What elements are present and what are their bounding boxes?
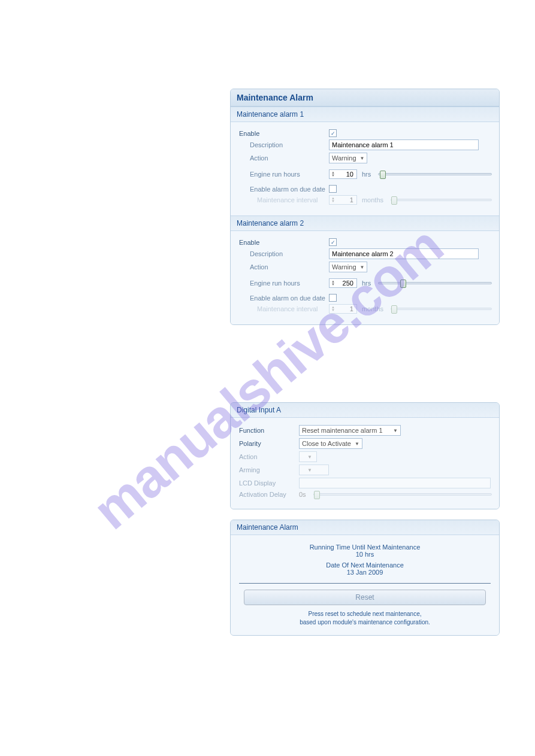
delay-value: 0s [299,491,306,498]
alarm1-duedate-label: Enable alarm on due date [239,186,329,193]
scada-date-value: 13 Jan 2009 [239,569,491,576]
scada-note-line1: Press reset to schedule next maintenance… [309,611,422,617]
alarm1-interval-input [337,196,355,204]
slider-thumb[interactable] [380,171,386,179]
slider-thumb [314,491,320,499]
alarm2-action-value: Warning [332,263,356,271]
chevron-down-icon: ▼ [393,428,398,433]
slider-thumb [391,196,397,205]
lcd-input [299,478,491,488]
chevron-down-icon: ▼ [360,265,365,270]
scada-running-value: 10 hrs [239,551,491,558]
scada-note-line2: based upon module's maintenance configur… [300,619,430,626]
alarm2-enable-checkbox[interactable] [329,238,337,246]
alarm1-action-select[interactable]: Warning ▼ [329,153,367,163]
alarm1-action-value: Warning [332,154,356,162]
alarm2-interval-label: Maintenance interval [239,305,329,312]
alarm1-runhours-unit: hrs [362,171,371,178]
arming-select: ▼ [299,464,329,475]
alarm1-body: Enable Description Action Warning ▼ Engi… [231,122,499,215]
scada-note: Press reset to schedule next maintenance… [239,610,491,627]
function-value: Reset maintenance alarm 1 [302,427,383,434]
scada-maintenance-panel: Maintenance Alarm Running Time Until Nex… [230,520,500,636]
alarm1-enable-checkbox[interactable] [329,129,337,137]
function-label: Function [239,427,299,434]
alarm2-interval-input [337,305,355,313]
alarm2-interval-stepper: ▲▼ [329,304,357,314]
alarm1-header: Maintenance alarm 1 [231,107,499,122]
alarm1-runhours-stepper[interactable]: ▲▼ [329,169,357,179]
spinner-icon: ▲▼ [331,306,335,312]
alarm1-interval-slider [391,199,492,201]
alarm1-enable-label: Enable [239,130,329,137]
alarm1-runhours-label: Engine run hours [239,171,329,178]
alarm1-description-label: Description [239,141,329,148]
slider-thumb[interactable] [400,280,406,288]
alarm1-interval-label: Maintenance interval [239,196,329,204]
arming-label: Arming [239,466,299,473]
chevron-down-icon: ▼ [360,156,365,161]
alarm2-action-select[interactable]: Warning ▼ [329,262,367,272]
divider [239,583,491,584]
scada-title: Maintenance Alarm [231,520,499,535]
digital-input-panel: Digital Input A Function Reset maintenan… [230,402,500,509]
alarm2-action-label: Action [239,263,329,271]
delay-label: Activation Delay [239,491,299,498]
alarm1-runhours-slider[interactable] [378,173,492,175]
alarm2-duedate-label: Enable alarm on due date [239,294,329,302]
spinner-icon: ▲▼ [331,197,335,203]
alarm2-interval-slider [391,308,492,310]
alarm2-body: Enable Description Action Warning ▼ Engi… [231,231,499,324]
scada-running-label: Running Time Until Next Maintenance [239,544,491,551]
alarm1-runhours-input[interactable] [337,170,355,178]
digital-input-body: Function Reset maintenance alarm 1 ▼ Pol… [231,418,499,509]
maintenance-alarm-panel: Maintenance Alarm Maintenance alarm 1 En… [230,89,500,325]
alarm2-duedate-checkbox[interactable] [329,294,337,302]
alarm1-duedate-checkbox[interactable] [329,185,337,193]
polarity-value: Close to Activate [302,440,351,447]
spinner-icon[interactable]: ▲▼ [331,280,335,286]
delay-slider [313,493,492,496]
alarm2-runhours-unit: hrs [362,280,371,287]
alarm2-runhours-input[interactable] [337,279,355,287]
arming-value [302,466,304,473]
function-select[interactable]: Reset maintenance alarm 1 ▼ [299,425,401,436]
alarm2-header: Maintenance alarm 2 [231,215,499,231]
alarm2-description-label: Description [239,250,329,257]
digital-input-title: Digital Input A [231,403,499,418]
slider-thumb [391,305,397,314]
alarm2-runhours-stepper[interactable]: ▲▼ [329,278,357,288]
action-select: ▼ [299,451,317,462]
scada-body: Running Time Until Next Maintenance 10 h… [231,535,499,635]
lcd-label: LCD Display [239,479,299,487]
action-value [302,453,304,460]
polarity-label: Polarity [239,440,299,447]
alarm1-interval-unit: months [362,196,383,204]
alarm1-description-input[interactable] [329,139,479,150]
chevron-down-icon: ▼ [307,454,312,460]
reset-button[interactable]: Reset [244,590,485,605]
polarity-select[interactable]: Close to Activate ▼ [299,438,362,449]
alarm1-action-label: Action [239,154,329,162]
spinner-icon[interactable]: ▲▼ [331,171,335,177]
alarm2-interval-unit: months [362,305,383,312]
action-label: Action [239,453,299,460]
alarm1-interval-stepper: ▲▼ [329,195,357,205]
alarm2-description-input[interactable] [329,248,479,259]
alarm2-runhours-slider[interactable] [378,282,492,284]
alarm2-enable-label: Enable [239,239,329,246]
chevron-down-icon: ▼ [307,467,312,473]
maintenance-alarm-title: Maintenance Alarm [231,89,499,107]
chevron-down-icon: ▼ [355,441,359,447]
scada-date-label: Date Of Next Maintenance [239,561,491,569]
alarm2-runhours-label: Engine run hours [239,280,329,287]
